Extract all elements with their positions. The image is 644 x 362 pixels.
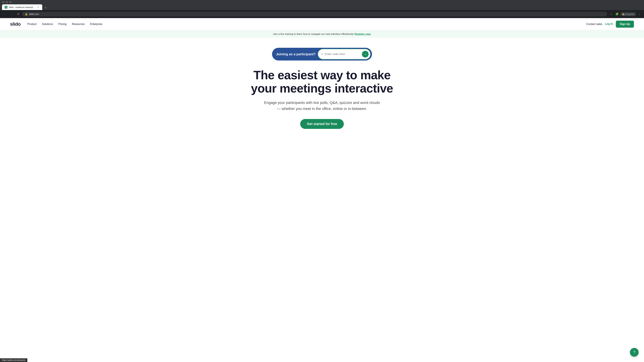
hero-cta-button[interactable]: Get started for free [300,119,344,129]
nav-links: Product Solutions Pricing Resources Ente… [27,23,586,26]
tab-bar: S Slido - Audience Interaction M... × + [0,4,644,10]
incognito-badge: 🕵 Incognito [620,12,636,16]
website-content: slido Product Solutions Pricing Resource… [0,18,644,142]
hero-subtext-line1: Engage your participants with live polls… [264,100,380,105]
hash-icon: # [321,52,323,56]
browser-tab[interactable]: S Slido - Audience Interaction M... × [2,4,42,10]
nav-link-product[interactable]: Product [27,23,36,26]
participant-label: Joining as a participant? [276,52,316,56]
forward-icon: → [10,12,13,16]
banner-link[interactable]: Register now. [354,32,371,35]
address-url: slido.com [29,13,604,15]
nav-actions: Contact sales Log In Sign Up [586,21,634,28]
tab-title: Slido - Audience Interaction M... [9,6,35,8]
main-nav: slido Product Solutions Pricing Resource… [0,18,644,30]
window-controls [2,1,12,3]
back-icon: ← [3,12,6,16]
nav-link-solutions[interactable]: Solutions [42,23,53,26]
bookmark-button[interactable]: ☆ [608,11,614,17]
tab-close-button[interactable]: × [36,6,40,9]
incognito-label: Incognito [626,13,634,15]
submit-arrow-icon: → [364,52,367,56]
tab-favicon: S [5,6,8,8]
announcement-banner: Join a live training to learn how to nav… [0,30,644,38]
participant-code-input[interactable] [325,52,360,56]
incognito-icon: 🕵 [622,13,625,15]
nav-link-pricing[interactable]: Pricing [58,23,66,26]
close-window-button[interactable] [2,1,4,3]
forward-button[interactable]: → [9,11,14,17]
nav-link-resources[interactable]: Resources [72,23,85,26]
new-tab-button[interactable]: + [43,5,48,10]
participant-input-wrap: # → [318,49,371,59]
browser-actions: ☆ 🧩 🕵 Incognito ⋮ [608,11,642,17]
contact-sales-link[interactable]: Contact sales [586,23,602,26]
hero-subtext: Engage your participants with live polls… [263,100,381,111]
hero-headline-line2: your meetings interactive [251,82,393,95]
participant-submit-button[interactable]: → [362,51,368,57]
address-bar-row: ← → ↺ 🔒 slido.com ☆ 🧩 🕵 Incognito ⋮ [0,10,644,18]
address-lock-icon: 🔒 [25,13,28,15]
menu-button[interactable]: ⋮ [636,11,642,17]
menu-icon: ⋮ [638,12,641,16]
hero-headline: The easiest way to make your meetings in… [225,68,419,95]
minimize-window-button[interactable] [6,1,8,3]
banner-text: Join a live training to learn how to nav… [273,32,354,35]
reload-icon: ↺ [17,12,20,16]
browser-titlebar [0,0,644,4]
nav-link-enterprise[interactable]: Enterprise [90,23,102,26]
site-logo[interactable]: slido [10,21,21,27]
browser-chrome: S Slido - Audience Interaction M... × + … [0,0,644,18]
address-bar[interactable]: 🔒 slido.com [22,12,607,16]
extensions-icon: 🧩 [615,12,619,16]
hero-headline-line1: The easiest way to make [254,68,390,82]
login-link[interactable]: Log In [605,22,613,26]
bookmark-icon: ☆ [610,12,612,16]
participant-widget: Joining as a participant? # → [272,48,372,60]
back-button[interactable]: ← [2,11,8,17]
reload-button[interactable]: ↺ [16,11,21,17]
logo-text: slido [10,21,21,27]
extensions-button[interactable]: 🧩 [614,11,620,17]
hero-section: Joining as a participant? # → The easies… [221,38,422,142]
hero-subtext-line2: — whether you meet in the office, online… [277,107,367,111]
signup-button[interactable]: Sign Up [616,21,634,28]
maximize-window-button[interactable] [10,1,12,3]
